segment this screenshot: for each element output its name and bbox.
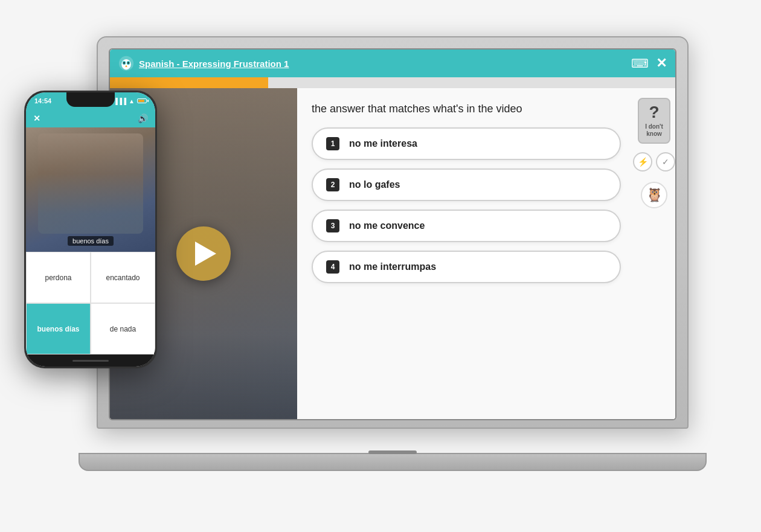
phone-answer-2[interactable]: encantado [91,252,155,303]
laptop-notch [368,450,417,454]
close-button[interactable]: ✕ [656,56,667,71]
battery-icon [137,98,147,103]
answer-text-1: no me interesa [349,138,417,149]
answer-num-1: 1 [326,137,339,150]
answer-text-3: no me convence [349,220,425,231]
phone-screen: 14:54 ▐▐▐ ▲ ✕ 🔊 buenos días [26,92,155,367]
svg-point-1 [121,59,131,69]
laptop-body: Spanish - Expressing Frustration 1 ⌨ ✕ [97,36,689,429]
play-button[interactable] [176,226,231,281]
sidebar-icon-row: ⚡ ✓ [633,152,675,171]
app-titlebar: Spanish - Expressing Frustration 1 ⌨ ✕ [110,50,675,77]
phone-close-button[interactable]: ✕ [33,114,40,123]
app-content: the answer that matches what's in the vi… [110,88,675,419]
quiz-question: the answer that matches what's in the vi… [312,103,621,115]
idk-symbol: ? [649,104,659,121]
answer-num-4: 4 [326,260,339,274]
phone-answer-3[interactable]: buenos días [26,303,91,354]
phone-answers: perdona encantado buenos días de nada [26,252,155,354]
app-window: Spanish - Expressing Frustration 1 ⌨ ✕ [110,50,675,419]
laptop: Spanish - Expressing Frustration 1 ⌨ ✕ [97,36,689,471]
app-title: Spanish - Expressing Frustration 1 [139,59,631,69]
phone-subtitle: buenos días [68,236,114,246]
signal-icon: ▐▐▐ [114,98,126,104]
answer-num-3: 3 [326,219,339,232]
phone-status-icons: ▐▐▐ ▲ [114,98,147,104]
answer-option-2[interactable]: 2 no lo gafes [312,168,621,201]
phone-home-line [72,360,109,362]
answer-option-1[interactable]: 1 no me interesa [312,127,621,160]
laptop-base [79,453,707,471]
owl-icon-container[interactable]: 🦉 [639,180,669,210]
phone-answer-4[interactable]: de nada [91,303,155,354]
app-logo-icon [118,56,134,71]
phone-time: 14:54 [34,97,51,104]
phone-answer-text-4: de nada [110,325,136,333]
phone-top-bar: ✕ 🔊 [26,109,155,127]
answer-option-4[interactable]: 4 no me interrumpas [312,251,621,283]
wifi-icon: ▲ [129,98,135,104]
phone-home-bar [26,354,155,367]
svg-point-5 [127,62,129,64]
progress-bar-fill [110,77,268,88]
lightning-button[interactable]: ⚡ [633,152,652,171]
answer-num-2: 2 [326,178,339,191]
check-icon: ✓ [662,157,669,167]
phone-answer-text-3: buenos días [37,325,79,333]
answer-text-2: no lo gafes [349,179,400,190]
phone-answer-text-1: perdona [45,274,71,282]
play-icon [195,242,216,266]
lightning-icon: ⚡ [638,157,648,167]
owl-emoji: 🦉 [646,187,663,203]
quiz-section: the answer that matches what's in the vi… [297,88,633,419]
battery-fill [138,100,144,102]
keyboard-icon[interactable]: ⌨ [631,56,649,71]
phone: 14:54 ▐▐▐ ▲ ✕ 🔊 buenos días [24,91,157,368]
laptop-screen: Spanish - Expressing Frustration 1 ⌨ ✕ [109,48,676,420]
answer-text-4: no me interrumpas [349,261,436,272]
phone-notch [66,92,115,107]
phone-answer-text-2: encantado [106,274,140,282]
phone-video[interactable]: buenos días [26,127,155,252]
phone-answer-1[interactable]: perdona [26,252,91,303]
answer-option-3[interactable]: 3 no me convence [312,210,621,242]
idk-label: I don't know [641,123,667,138]
phone-speaker-icon[interactable]: 🔊 [138,114,148,123]
svg-point-4 [123,62,125,64]
progress-bar-container [110,77,675,88]
idk-button[interactable]: ? I don't know [638,98,670,144]
right-sidebar: ? I don't know ⚡ ✓ [633,88,675,419]
owl-circle: 🦉 [641,182,667,208]
check-button[interactable]: ✓ [656,152,675,171]
titlebar-icons: ⌨ ✕ [631,56,667,71]
phone-body: 14:54 ▐▐▐ ▲ ✕ 🔊 buenos días [24,91,157,368]
